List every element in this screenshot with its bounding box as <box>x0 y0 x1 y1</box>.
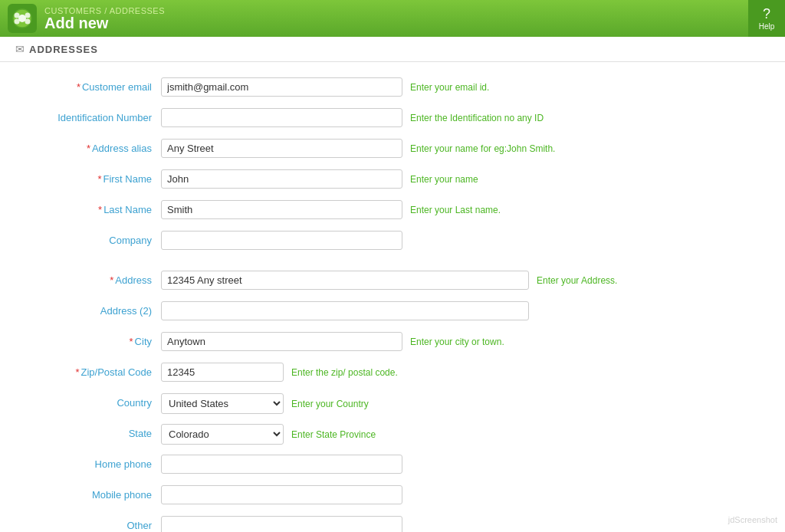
identification-number-row: Identification Number Enter the Identifi… <box>31 108 754 131</box>
customer-email-input-area: Enter your email id. <box>161 77 754 97</box>
identification-number-input[interactable] <box>161 108 402 127</box>
home-phone-label: Home phone <box>31 455 161 470</box>
city-row: *City Enter your city or town. <box>31 332 754 355</box>
section-title: ADDRESSES <box>29 44 98 55</box>
address-alias-input[interactable] <box>161 139 402 158</box>
city-label: *City <box>31 332 161 347</box>
state-row: State Colorado California New York Texas… <box>31 424 754 447</box>
svg-point-5 <box>25 19 31 25</box>
address2-input-area <box>161 301 754 320</box>
address-hint: Enter your Address. <box>537 275 617 286</box>
mobile-phone-input-area <box>161 485 754 504</box>
other-input-area <box>161 516 754 532</box>
last-name-row: *Last Name Enter your Last name. <box>31 200 754 223</box>
other-textarea[interactable] <box>161 516 402 532</box>
country-input-area: United States Canada United Kingdom Ente… <box>161 393 754 414</box>
country-hint: Enter your Country <box>291 399 369 409</box>
zip-label: *Zip/Postal Code <box>31 363 161 378</box>
city-input[interactable] <box>161 332 402 351</box>
subheader: ✉ ADDRESSES <box>0 37 785 62</box>
last-name-input[interactable] <box>161 200 402 219</box>
address-input-area: Enter your Address. <box>161 271 754 290</box>
home-phone-input[interactable] <box>161 455 402 474</box>
first-name-input-area: Enter your name <box>161 169 754 189</box>
company-row: Company <box>31 231 754 254</box>
other-row: Other <box>31 516 754 532</box>
customer-email-input[interactable] <box>161 77 402 97</box>
first-name-row: *First Name Enter your name <box>31 169 754 192</box>
last-name-input-area: Enter your Last name. <box>161 200 754 219</box>
mobile-phone-input[interactable] <box>161 485 402 504</box>
address-alias-row: *Address alias Enter your name for eg:Jo… <box>31 139 754 162</box>
address-alias-hint: Enter your name for eg:John Smith. <box>410 143 555 154</box>
country-row: Country United States Canada United King… <box>31 393 754 416</box>
mobile-phone-label: Mobile phone <box>31 485 161 501</box>
address-label: *Address <box>31 271 161 286</box>
address2-input[interactable] <box>161 301 529 320</box>
identification-number-label: Identification Number <box>31 108 161 123</box>
main-content: *Customer email Enter your email id. Ide… <box>0 62 785 532</box>
company-input-area <box>161 231 754 250</box>
first-name-label: *First Name <box>31 169 161 185</box>
home-phone-row: Home phone <box>31 455 754 478</box>
zip-input[interactable] <box>161 363 284 382</box>
city-input-area: Enter your city or town. <box>161 332 754 351</box>
address-alias-input-area: Enter your name for eg:John Smith. <box>161 139 754 158</box>
breadcrumb-addresses: ADDRESSES <box>110 6 165 15</box>
address2-label: Address (2) <box>31 301 161 317</box>
other-label: Other <box>31 516 161 531</box>
mobile-phone-row: Mobile phone <box>31 485 754 508</box>
zip-row: *Zip/Postal Code Enter the zip/ postal c… <box>31 363 754 386</box>
country-select[interactable]: United States Canada United Kingdom <box>161 393 284 414</box>
state-input-area: Colorado California New York Texas Enter… <box>161 424 754 445</box>
zip-input-area: Enter the zip/ postal code. <box>161 363 754 382</box>
header-text: CUSTOMERS / ADDRESSES Add new <box>44 6 165 31</box>
identification-number-hint: Enter the Identification no any ID <box>410 113 544 123</box>
first-name-input[interactable] <box>161 169 402 189</box>
address-alias-label: *Address alias <box>31 139 161 154</box>
help-label: Help <box>759 22 775 31</box>
envelope-icon: ✉ <box>15 43 25 55</box>
page-title: Add new <box>44 15 165 31</box>
state-select[interactable]: Colorado California New York Texas <box>161 424 284 445</box>
svg-point-4 <box>15 19 20 25</box>
first-name-hint: Enter your name <box>410 174 478 185</box>
customer-email-label: *Customer email <box>31 77 161 93</box>
address-row: *Address Enter your Address. <box>31 271 754 294</box>
logo <box>8 4 37 33</box>
help-button[interactable]: ? Help <box>748 0 785 37</box>
svg-point-1 <box>18 15 26 22</box>
watermark: jdScreenshot <box>728 515 777 524</box>
svg-point-2 <box>15 13 20 18</box>
state-hint: Enter State Province <box>291 429 376 440</box>
customer-email-row: *Customer email Enter your email id. <box>31 77 754 100</box>
city-hint: Enter your city or town. <box>410 337 504 347</box>
company-input[interactable] <box>161 231 402 250</box>
zip-hint: Enter the zip/ postal code. <box>291 367 398 378</box>
customer-email-hint: Enter your email id. <box>410 82 489 93</box>
last-name-hint: Enter your Last name. <box>410 205 501 215</box>
country-label: Country <box>31 393 161 409</box>
home-phone-input-area <box>161 455 754 474</box>
required-marker: * <box>77 81 80 93</box>
state-label: State <box>31 424 161 439</box>
identification-number-input-area: Enter the Identification no any ID <box>161 108 754 127</box>
last-name-label: *Last Name <box>31 200 161 215</box>
svg-point-3 <box>25 13 31 18</box>
address2-row: Address (2) <box>31 301 754 324</box>
header: CUSTOMERS / ADDRESSES Add new ? Help <box>0 0 785 37</box>
company-label: Company <box>31 231 161 246</box>
address-input[interactable] <box>161 271 529 290</box>
